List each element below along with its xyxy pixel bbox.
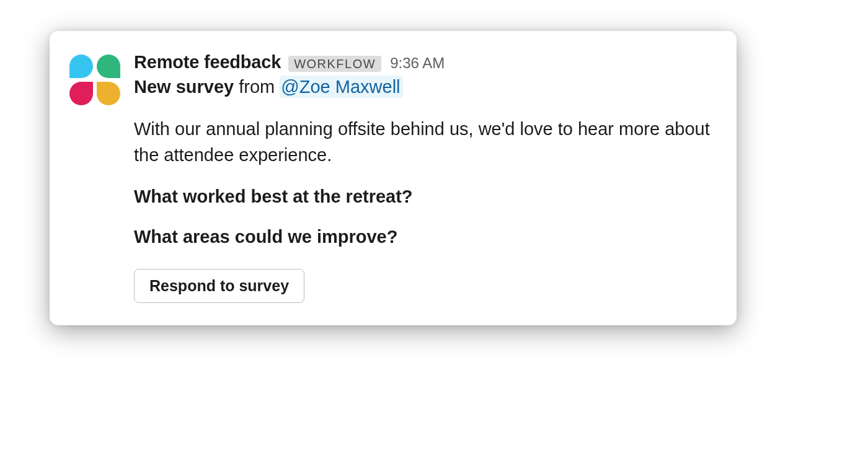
sender-name[interactable]: Remote feedback	[134, 52, 281, 72]
respond-button[interactable]: Respond to survey	[134, 269, 304, 303]
subject-title: New survey	[134, 77, 234, 97]
subject-line: New survey from @Zoe Maxwell	[134, 74, 712, 101]
survey-question-1: What worked best at the retreat?	[134, 185, 712, 209]
avatar-petal-icon	[97, 82, 120, 105]
message-card: Remote feedback WORKFLOW 9:36 AM New sur…	[50, 31, 737, 325]
message-body: With our annual planning offsite behind …	[134, 116, 712, 168]
subject-from-label: from	[239, 77, 275, 97]
timestamp[interactable]: 9:36 AM	[390, 55, 445, 72]
user-mention[interactable]: @Zoe Maxwell	[280, 76, 402, 98]
message-header: Remote feedback WORKFLOW 9:36 AM	[134, 52, 712, 72]
avatar-petal-icon	[97, 55, 120, 78]
workflow-badge: WORKFLOW	[288, 56, 381, 72]
avatar-petal-icon	[69, 82, 93, 105]
workflow-avatar-icon	[69, 55, 120, 105]
survey-question-2: What areas could we improve?	[134, 226, 712, 249]
message-content: Remote feedback WORKFLOW 9:36 AM New sur…	[134, 52, 712, 303]
avatar-petal-icon	[69, 55, 93, 78]
